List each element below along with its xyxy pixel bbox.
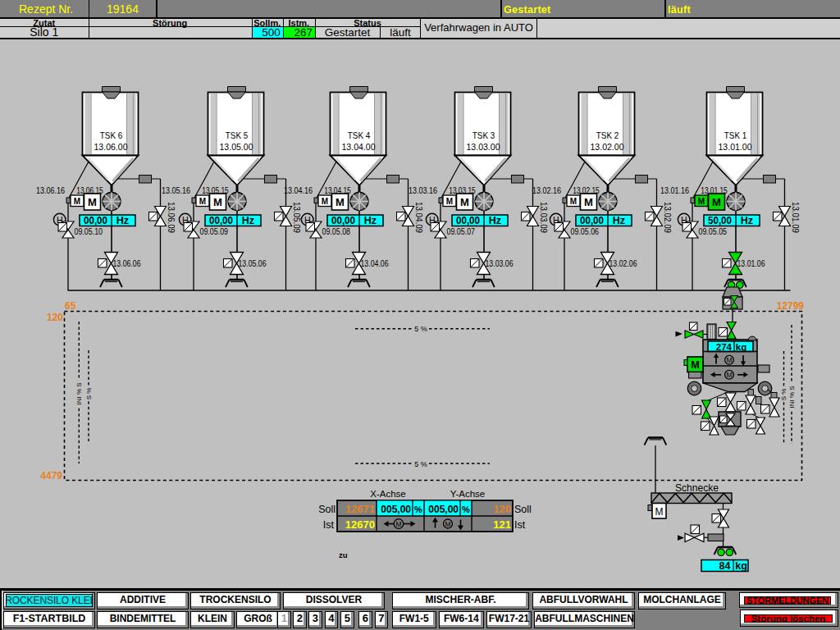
svg-text:12671: 12671 xyxy=(345,503,375,515)
svg-text:12670: 12670 xyxy=(345,518,375,531)
svg-text:00,00: 00,00 xyxy=(456,215,480,226)
svg-text:13.02.06: 13.02.06 xyxy=(609,258,637,268)
svg-text:120: 120 xyxy=(493,503,511,515)
svg-text:zu: zu xyxy=(339,550,348,559)
svg-text:M: M xyxy=(336,196,345,208)
svg-text:Hz: Hz xyxy=(613,215,625,226)
svg-text:Soll: Soll xyxy=(318,504,336,515)
svg-text:M: M xyxy=(655,506,664,518)
svg-text:13.06.06: 13.06.06 xyxy=(113,258,141,268)
svg-text:Ist: Ist xyxy=(323,519,335,531)
svg-text:4479: 4479 xyxy=(40,470,62,482)
svg-text:00,00: 00,00 xyxy=(209,215,233,226)
svg-text:TSK 5: TSK 5 xyxy=(226,130,249,140)
svg-text:84: 84 xyxy=(719,560,731,572)
svg-text:13.06.15: 13.06.15 xyxy=(76,185,103,195)
svg-text:13.03.09: 13.03.09 xyxy=(539,202,549,233)
svg-text:M: M xyxy=(691,359,699,371)
svg-text:Y-Achse: Y-Achse xyxy=(450,489,485,499)
svg-text:M: M xyxy=(570,197,577,206)
svg-text:X-Achse: X-Achse xyxy=(370,489,405,499)
svg-text:13.05.00: 13.05.00 xyxy=(220,142,253,152)
svg-text:13.03.16: 13.03.16 xyxy=(409,185,437,195)
svg-text:13.04.15: 13.04.15 xyxy=(324,185,351,195)
svg-text:13.01.06: 13.01.06 xyxy=(737,258,765,268)
svg-text:M: M xyxy=(199,197,206,206)
svg-text:005,00: 005,00 xyxy=(381,504,411,515)
svg-text:09.05.06: 09.05.06 xyxy=(571,226,600,236)
svg-text:09.05.10: 09.05.10 xyxy=(75,226,103,236)
svg-text:09.05.05: 09.05.05 xyxy=(699,226,728,236)
svg-text:M: M xyxy=(712,196,721,208)
svg-text:TSK 6: TSK 6 xyxy=(100,130,123,140)
svg-text:09.05.07: 09.05.07 xyxy=(447,226,476,236)
svg-text:M: M xyxy=(445,520,450,528)
svg-text:13.05.09: 13.05.09 xyxy=(292,202,302,233)
svg-text:13.03.15: 13.03.15 xyxy=(449,185,476,195)
svg-text:13.06.00: 13.06.00 xyxy=(94,142,128,152)
svg-text:13.05.16: 13.05.16 xyxy=(162,185,190,195)
svg-text:13.06.16: 13.06.16 xyxy=(36,185,65,195)
svg-text:13.01.15: 13.01.15 xyxy=(701,185,728,195)
svg-text:13.04.16: 13.04.16 xyxy=(284,185,313,195)
svg-text:13.01.00: 13.01.00 xyxy=(719,142,752,152)
svg-text:Hz: Hz xyxy=(116,215,129,226)
svg-text:Ist: Ist xyxy=(514,519,526,531)
svg-text:120: 120 xyxy=(47,312,63,323)
svg-text:13.05.15: 13.05.15 xyxy=(202,185,229,195)
svg-text:Schnecke: Schnecke xyxy=(675,482,719,494)
svg-text:13.04.00: 13.04.00 xyxy=(342,142,376,152)
svg-text:00,00: 00,00 xyxy=(84,215,107,226)
svg-text:M: M xyxy=(88,196,97,208)
svg-text:TSK 4: TSK 4 xyxy=(348,130,371,140)
svg-text:%: % xyxy=(414,504,422,514)
svg-text:M: M xyxy=(446,197,453,206)
svg-text:13.04.09: 13.04.09 xyxy=(414,202,424,233)
svg-text:13.03.06: 13.03.06 xyxy=(486,258,514,268)
svg-text:13.06.09: 13.06.09 xyxy=(167,202,176,233)
svg-text:Hz: Hz xyxy=(741,215,753,226)
svg-text:13.01.16: 13.01.16 xyxy=(660,185,689,195)
svg-text:M: M xyxy=(698,197,705,206)
svg-text:005,00: 005,00 xyxy=(428,504,459,515)
svg-text:5 %: 5 % xyxy=(414,325,427,333)
svg-text:13.04.06: 13.04.06 xyxy=(361,258,389,268)
svg-text:M: M xyxy=(726,371,732,379)
svg-text:12799: 12799 xyxy=(777,300,805,312)
svg-text:M: M xyxy=(74,197,80,206)
svg-text:kg: kg xyxy=(735,560,747,572)
svg-text:TSK 3: TSK 3 xyxy=(472,130,495,140)
svg-text:INI % S: INI % S xyxy=(788,386,796,408)
svg-text:S %: S % xyxy=(85,388,93,400)
svg-text:13.02.15: 13.02.15 xyxy=(573,185,600,195)
svg-text:13.02.09: 13.02.09 xyxy=(663,202,673,233)
svg-text:13.05.06: 13.05.06 xyxy=(239,258,267,268)
svg-text:Hz: Hz xyxy=(364,215,377,226)
svg-text:kg: kg xyxy=(736,342,746,352)
svg-text:M: M xyxy=(460,196,469,208)
svg-text:13.01.09: 13.01.09 xyxy=(791,202,801,233)
svg-text:13.03.00: 13.03.00 xyxy=(467,142,500,152)
svg-text:00,00: 00,00 xyxy=(331,215,355,226)
svg-text:M: M xyxy=(584,196,593,208)
svg-text:S %: S % xyxy=(780,389,788,401)
svg-text:M: M xyxy=(322,197,328,206)
svg-text:TSK 1: TSK 1 xyxy=(724,130,747,140)
svg-text:TSK 2: TSK 2 xyxy=(596,130,619,140)
svg-text:121: 121 xyxy=(493,518,511,531)
svg-text:09.05.08: 09.05.08 xyxy=(322,226,351,236)
svg-text:Soll: Soll xyxy=(514,504,532,515)
svg-text:5 %: 5 % xyxy=(414,460,427,468)
svg-text:65: 65 xyxy=(65,300,76,312)
svg-text:M: M xyxy=(395,520,401,528)
svg-text:Hz: Hz xyxy=(489,215,501,226)
svg-text:13.02.16: 13.02.16 xyxy=(532,185,561,195)
svg-text:00,00: 00,00 xyxy=(580,215,604,226)
svg-text:INI % S: INI % S xyxy=(75,382,83,404)
svg-text:M: M xyxy=(726,356,732,364)
svg-text:M: M xyxy=(213,196,222,208)
svg-text:13.02.00: 13.02.00 xyxy=(591,142,624,152)
svg-text:274: 274 xyxy=(716,342,733,352)
svg-text:09.05.09: 09.05.09 xyxy=(200,226,229,236)
svg-text:50,00: 50,00 xyxy=(708,215,732,226)
